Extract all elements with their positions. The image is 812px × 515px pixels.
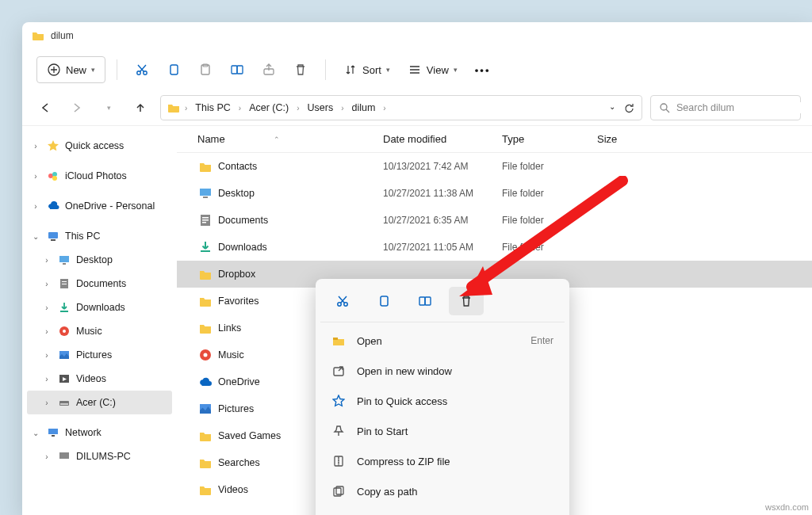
pin-icon xyxy=(331,424,346,438)
chevron-down-icon: ▾ xyxy=(107,104,111,112)
file-name: Dropbox xyxy=(218,269,255,280)
file-name: Contacts xyxy=(218,161,257,172)
nav-dilums-pc[interactable]: ›DILUMS-PC xyxy=(27,444,172,468)
address-bar-row: ▾ › This PC› Acer (C:)› Users› dilum› ⌄ xyxy=(22,90,812,125)
nav-pictures[interactable]: ›Pictures xyxy=(27,343,172,367)
back-button[interactable] xyxy=(33,96,57,120)
nav-pane: ›Quick access ›iCloud Photos ›OneDrive -… xyxy=(22,126,177,515)
copy-button[interactable] xyxy=(160,56,187,83)
context-menu-top-row xyxy=(320,284,565,322)
folder-open-icon xyxy=(331,334,346,348)
videos-icon xyxy=(57,372,71,386)
svg-rect-28 xyxy=(59,452,69,459)
breadcrumb[interactable]: Users xyxy=(304,101,336,115)
chevron-down-icon: ⌄ xyxy=(30,232,41,241)
trash-icon xyxy=(293,63,308,77)
nav-drive-c[interactable]: ›Acer (C:) xyxy=(27,391,172,414)
rename-button[interactable] xyxy=(224,56,251,83)
pc-icon xyxy=(46,229,60,243)
ctx-cut-button[interactable] xyxy=(325,287,360,315)
context-menu: OpenEnter Open in new window Pin to Quic… xyxy=(316,279,569,515)
chevron-right-icon: › xyxy=(30,172,41,181)
file-type: File folder xyxy=(502,242,597,253)
file-name: Links xyxy=(218,322,241,334)
separator xyxy=(117,59,117,80)
forward-button[interactable] xyxy=(65,96,89,120)
chevron-down-icon: ▾ xyxy=(386,66,390,74)
view-button[interactable]: View ▾ xyxy=(401,56,464,83)
ctx-open[interactable]: OpenEnter xyxy=(320,326,565,356)
ctx-rename-button[interactable] xyxy=(408,287,442,315)
watermark: wsxdn.com xyxy=(765,502,809,512)
nav-onedrive[interactable]: ›OneDrive - Personal xyxy=(27,194,172,218)
row-icon xyxy=(197,293,213,309)
breadcrumb[interactable]: Acer (C:) xyxy=(246,101,292,115)
svg-point-21 xyxy=(63,330,66,333)
search-input[interactable] xyxy=(676,102,801,113)
ctx-properties[interactable]: PropertiesAlt+Enter xyxy=(320,506,565,515)
nav-documents[interactable]: ›Documents xyxy=(27,272,172,296)
more-button[interactable]: ••• xyxy=(469,56,497,83)
delete-button[interactable] xyxy=(287,56,314,83)
drive-icon xyxy=(57,395,71,410)
up-button[interactable] xyxy=(128,96,152,120)
paste-button[interactable] xyxy=(192,56,219,83)
svg-rect-18 xyxy=(62,281,67,282)
chevron-right-icon: › xyxy=(381,104,387,113)
row-icon xyxy=(197,320,213,336)
column-headers[interactable]: Name⌃ Date modified Type Size xyxy=(177,126,812,153)
file-name: Music xyxy=(218,349,244,360)
refresh-icon[interactable] xyxy=(623,102,635,114)
ctx-delete-button[interactable] xyxy=(449,287,484,315)
nav-icloud[interactable]: ›iCloud Photos xyxy=(27,164,172,188)
cut-button[interactable] xyxy=(128,56,155,83)
recent-button[interactable]: ▾ xyxy=(97,96,121,120)
ctx-compress-zip[interactable]: Compress to ZIP file xyxy=(320,446,565,476)
ctx-copy-button[interactable] xyxy=(366,287,401,315)
ctx-open-new-window[interactable]: Open in new window xyxy=(320,356,565,386)
ctx-copy-path[interactable]: Copy as path xyxy=(320,476,565,506)
row-icon xyxy=(197,212,213,228)
row-icon xyxy=(197,185,213,201)
file-row[interactable]: Desktop10/27/2021 11:38 AMFile folder xyxy=(177,180,812,207)
chevron-down-icon[interactable]: ⌄ xyxy=(609,102,615,114)
row-icon xyxy=(197,401,213,417)
search-box[interactable] xyxy=(650,95,801,120)
titlebar: dilum xyxy=(22,22,812,49)
chevron-right-icon: › xyxy=(295,104,301,113)
sort-label: Sort xyxy=(362,64,381,76)
file-row[interactable]: Documents10/27/2021 6:35 AMFile folder xyxy=(177,207,812,234)
breadcrumb[interactable]: This PC xyxy=(192,101,233,115)
address-bar[interactable]: › This PC› Acer (C:)› Users› dilum› ⌄ xyxy=(160,95,642,120)
file-row[interactable]: Downloads10/27/2021 11:05 AMFile folder xyxy=(177,234,812,261)
svg-rect-26 xyxy=(48,429,58,434)
nav-desktop[interactable]: ›Desktop xyxy=(27,248,172,272)
new-button[interactable]: New ▾ xyxy=(36,56,105,83)
nav-network[interactable]: ⌄Network xyxy=(27,421,172,444)
file-row[interactable]: Contacts10/13/2021 7:42 AMFile folder xyxy=(177,153,812,180)
nav-downloads[interactable]: ›Downloads xyxy=(27,296,172,319)
svg-rect-14 xyxy=(51,239,56,241)
network-icon xyxy=(46,425,60,440)
ctx-pin-start[interactable]: Pin to Start xyxy=(320,416,565,446)
row-icon xyxy=(197,428,213,444)
nav-music[interactable]: ›Music xyxy=(27,319,172,343)
file-date: 10/27/2021 6:35 AM xyxy=(383,215,502,226)
nav-videos[interactable]: ›Videos xyxy=(27,367,172,391)
svg-rect-33 xyxy=(202,219,209,221)
chevron-down-icon: ⌄ xyxy=(30,429,41,437)
share-button[interactable] xyxy=(255,56,282,83)
sort-button[interactable]: Sort ▾ xyxy=(337,56,396,83)
star-outline-icon xyxy=(331,394,346,408)
chevron-right-icon: › xyxy=(339,104,345,113)
scissors-icon xyxy=(135,63,149,77)
ctx-pin-quick-access[interactable]: Pin to Quick access xyxy=(320,386,565,416)
nav-quick-access[interactable]: ›Quick access xyxy=(27,134,172,158)
nav-this-pc[interactable]: ⌄This PC xyxy=(27,224,172,248)
col-type: Type xyxy=(502,133,597,145)
file-name: Pictures xyxy=(218,403,254,414)
breadcrumb[interactable]: dilum xyxy=(348,101,378,115)
chevron-right-icon: › xyxy=(237,104,243,113)
cloud-icon xyxy=(46,199,60,213)
file-name: Desktop xyxy=(218,188,255,199)
